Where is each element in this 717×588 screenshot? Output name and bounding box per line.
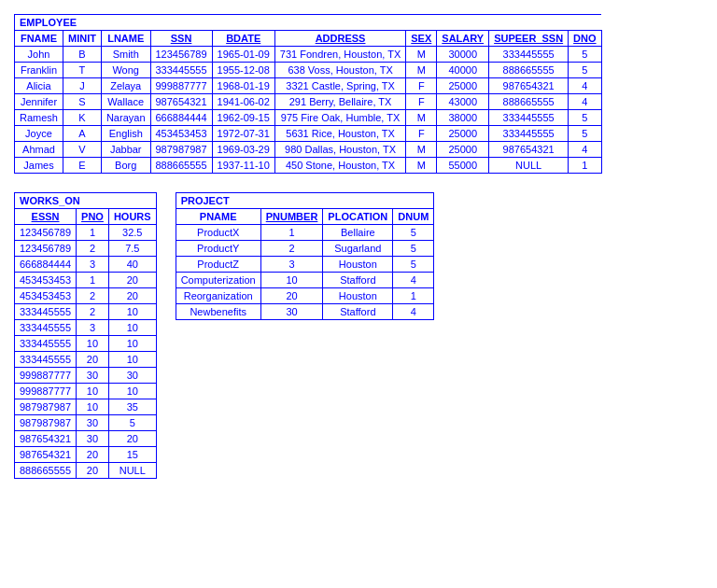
table-row: 666884444340: [15, 257, 157, 273]
table-row: ProductZ3Houston5: [176, 257, 434, 273]
table-cell: 1941-06-02: [212, 94, 274, 110]
table-cell: 4: [569, 78, 601, 94]
table-cell: T: [63, 63, 101, 78]
table-cell: 3321 Castle, Spring, TX: [274, 78, 405, 94]
col-sex: SEX: [406, 31, 437, 47]
table-cell: 20: [260, 288, 323, 304]
table-row: 9879879871035: [15, 399, 157, 415]
table-cell: 1962-09-15: [212, 110, 274, 126]
col-bdate: BDATE: [212, 31, 274, 47]
table-cell: Alicia: [15, 78, 63, 94]
table-cell: 3: [260, 257, 323, 273]
table-cell: 291 Berry, Bellaire, TX: [274, 94, 405, 110]
table-cell: 10: [108, 336, 156, 352]
table-cell: 987987987: [15, 399, 77, 415]
table-cell: 888665555: [150, 158, 212, 174]
table-row: AhmadVJabbar9879879871969-03-29980 Dalla…: [15, 142, 602, 158]
table-cell: 32.5: [108, 225, 156, 241]
table-cell: 999887777: [15, 368, 77, 384]
table-cell: 2: [77, 304, 109, 320]
table-cell: 333445555: [15, 320, 77, 336]
table-cell: 453453453: [15, 288, 77, 304]
table-cell: 333445555: [150, 63, 212, 78]
table-row: 12345678927.5: [15, 241, 157, 257]
table-cell: 15: [108, 447, 156, 463]
table-row: 3334455552010: [15, 352, 157, 368]
table-cell: 1965-01-09: [212, 47, 274, 63]
works-on-title: WORKS_ON: [15, 193, 157, 209]
table-cell: 987654321: [489, 78, 569, 94]
table-cell: A: [63, 126, 101, 142]
table-row: 333445555210: [15, 304, 157, 320]
table-cell: 4: [569, 94, 601, 110]
table-cell: 4: [393, 304, 434, 320]
table-row: JoyceAEnglish4534534531972-07-315631 Ric…: [15, 126, 602, 142]
table-cell: Joyce: [15, 126, 63, 142]
table-row: RameshKNarayan6668844441962-09-15975 Fir…: [15, 110, 602, 126]
table-row: 3334455551010: [15, 336, 157, 352]
table-row: AliciaJZelaya9998877771968-01-193321 Cas…: [15, 78, 602, 94]
table-cell: Computerization: [176, 273, 260, 288]
table-cell: 333445555: [489, 110, 569, 126]
table-cell: 888665555: [15, 463, 77, 479]
table-cell: 987654321: [489, 142, 569, 158]
table-cell: 10: [77, 384, 109, 399]
table-cell: 5: [393, 241, 434, 257]
table-cell: 7.5: [108, 241, 156, 257]
table-row: Computerization10Stafford4: [176, 273, 434, 288]
col-fname: FNAME: [15, 31, 63, 47]
table-cell: 25000: [437, 78, 489, 94]
table-cell: 30: [77, 415, 109, 431]
table-cell: Bellaire: [323, 225, 393, 241]
table-cell: Ahmad: [15, 142, 63, 158]
table-cell: 450 Stone, Houston, TX: [274, 158, 405, 174]
table-cell: English: [101, 126, 150, 142]
table-cell: Narayan: [101, 110, 150, 126]
table-cell: 5: [569, 110, 601, 126]
table-cell: 5: [108, 415, 156, 431]
table-cell: 5: [569, 63, 601, 78]
col-lname: LNAME: [101, 31, 150, 47]
table-row: 88866555520NULL: [15, 463, 157, 479]
works-on-header-row: ESSN PNO HOURS: [15, 209, 157, 225]
table-cell: 30: [77, 431, 109, 447]
table-cell: 453453453: [15, 273, 77, 288]
table-cell: 20: [77, 352, 109, 368]
table-row: 453453453220: [15, 288, 157, 304]
table-row: 987987987305: [15, 415, 157, 431]
table-cell: M: [406, 47, 437, 63]
col-dnum: DNUM: [393, 209, 434, 225]
table-cell: 987654321: [15, 447, 77, 463]
table-row: ProductY2Sugarland5: [176, 241, 434, 257]
table-cell: 123456789: [15, 225, 77, 241]
table-cell: Reorganization: [176, 288, 260, 304]
employee-table: EMPLOYEE FNAME MINIT LNAME SSN BDATE ADD…: [14, 14, 602, 174]
table-row: 9876543212015: [15, 447, 157, 463]
table-cell: F: [406, 126, 437, 142]
table-cell: Franklin: [15, 63, 63, 78]
table-cell: F: [406, 78, 437, 94]
table-cell: 1: [77, 225, 109, 241]
works-on-section: WORKS_ON ESSN PNO HOURS 123456789132.512…: [14, 192, 157, 484]
table-row: 9998877771010: [15, 384, 157, 399]
table-cell: 1969-03-29: [212, 142, 274, 158]
table-cell: Ramesh: [15, 110, 63, 126]
table-cell: M: [406, 142, 437, 158]
table-cell: 453453453: [150, 126, 212, 142]
works-on-body: 123456789132.512345678927.56668844443404…: [15, 225, 157, 479]
table-cell: 333445555: [15, 304, 77, 320]
project-section: PROJECT PNAME PNUMBER PLOCATION DNUM Pro…: [176, 192, 435, 326]
table-cell: Stafford: [323, 304, 393, 320]
table-cell: 30: [260, 304, 323, 320]
col-pno: PNO: [77, 209, 109, 225]
works-on-table: WORKS_ON ESSN PNO HOURS 123456789132.512…: [14, 192, 157, 479]
table-cell: 1: [569, 158, 601, 174]
table-cell: 987987987: [15, 415, 77, 431]
table-cell: M: [406, 158, 437, 174]
table-cell: 20: [77, 463, 109, 479]
col-dno: DNO: [569, 31, 601, 47]
table-cell: F: [406, 94, 437, 110]
table-cell: M: [406, 110, 437, 126]
table-cell: ProductX: [176, 225, 260, 241]
table-row: ProductX1Bellaire5: [176, 225, 434, 241]
